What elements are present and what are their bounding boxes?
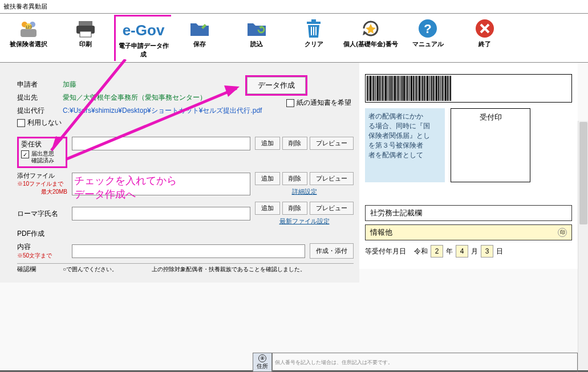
trash-icon bbox=[285, 17, 342, 40]
svg-rect-11 bbox=[313, 27, 314, 35]
svg-rect-9 bbox=[311, 19, 316, 22]
load-button[interactable]: 読込 bbox=[228, 15, 285, 61]
svg-marker-17 bbox=[51, 136, 63, 150]
window-title: 被扶養者異動届 bbox=[0, 0, 588, 13]
sr-section: 社労務士記載欄 bbox=[365, 205, 572, 221]
attach-preview-button[interactable]: プレビュー bbox=[310, 172, 354, 185]
consent-del-button[interactable]: 削除 bbox=[282, 137, 307, 150]
folder-save-icon bbox=[171, 17, 228, 40]
confirm-label: 確認欄 bbox=[17, 265, 51, 273]
addr-note: 個人番号を記入した場合は、住所記入は不要です。 bbox=[272, 353, 578, 372]
print-button[interactable]: 印刷 bbox=[57, 15, 114, 61]
info-section: 情報他 印 bbox=[365, 224, 572, 240]
close-icon bbox=[456, 17, 513, 40]
attach-del-button[interactable]: 削除 bbox=[282, 172, 307, 185]
pdf-label: PDF作成 bbox=[17, 229, 44, 239]
right-panel: 者の配偶者にかか る場合、同時に『国 保険者関係届』とし を第３号被保険者 者を… bbox=[359, 63, 578, 269]
romaji-preview-button[interactable]: プレビュー bbox=[310, 202, 354, 215]
close-button[interactable]: 終了 bbox=[456, 15, 513, 61]
svg-rect-12 bbox=[315, 27, 317, 35]
consent-add-button[interactable]: 追加 bbox=[255, 137, 280, 150]
receipt-month[interactable]: 4 bbox=[456, 245, 468, 257]
data-create-highlight: データ作成 bbox=[245, 75, 307, 96]
people-icon: 123 bbox=[0, 17, 57, 40]
consent-checkbox[interactable]: ✓ bbox=[21, 150, 29, 158]
seal-icon: 印 bbox=[558, 228, 567, 237]
svg-rect-8 bbox=[307, 22, 321, 24]
svg-rect-3 bbox=[21, 29, 37, 37]
attach-note1: ※10ファイルまで bbox=[17, 180, 67, 188]
use-none-checkbox[interactable] bbox=[17, 119, 25, 127]
paper-notice-option[interactable]: 紙の通知書を希望 bbox=[286, 98, 351, 108]
consent-preview-button[interactable]: プレビュー bbox=[310, 137, 354, 150]
svg-line-18 bbox=[66, 88, 237, 160]
confirm-text: 上の控除対象配偶者・扶養親族であることを確認しました。 bbox=[152, 265, 306, 273]
svg-rect-5 bbox=[79, 21, 92, 26]
star-refresh-icon bbox=[342, 17, 399, 40]
clear-button[interactable]: クリア bbox=[285, 15, 342, 61]
receipt-year[interactable]: 2 bbox=[431, 245, 443, 257]
receipt-stamp-box: 受付印 bbox=[451, 108, 530, 182]
barcode bbox=[365, 74, 572, 103]
printer-icon bbox=[57, 17, 114, 40]
create-attach-button[interactable]: 作成・添付 bbox=[310, 243, 354, 259]
svg-rect-10 bbox=[311, 27, 312, 35]
content-input[interactable] bbox=[72, 244, 305, 258]
egov-logo-icon: e-Gov bbox=[118, 19, 169, 42]
content-label: 内容 bbox=[17, 242, 67, 252]
arrow-consent-to-create bbox=[66, 80, 248, 165]
svg-text:?: ? bbox=[424, 22, 431, 36]
folder-load-icon bbox=[228, 17, 285, 40]
romaji-label: ローマ字氏名 bbox=[17, 209, 67, 219]
svg-rect-7 bbox=[80, 31, 91, 37]
receipt-date-row: 等受付年月日 令和 2年 4月 3日 bbox=[365, 245, 572, 257]
egov-create-button[interactable]: e-Gov 電子申請データ作成 bbox=[114, 15, 171, 61]
attach-label: 添付ファイル bbox=[17, 171, 67, 180]
save-button[interactable]: 保存 bbox=[171, 15, 228, 61]
svg-marker-19 bbox=[224, 85, 240, 97]
latest-file-link[interactable]: 最新ファイル設定 bbox=[279, 218, 330, 224]
data-create-button[interactable]: データ作成 bbox=[247, 77, 306, 94]
manual-button[interactable]: ? マニュアル bbox=[399, 15, 456, 61]
scrollbar-thumb[interactable] bbox=[579, 122, 587, 224]
romaji-add-button[interactable]: 追加 bbox=[255, 202, 280, 215]
attach-add-button[interactable]: 追加 bbox=[255, 172, 280, 185]
addr-label: 住所 bbox=[257, 362, 268, 370]
annotation-text: チェックを入れてから データ作成へ bbox=[74, 174, 177, 201]
paper-notice-checkbox[interactable] bbox=[286, 99, 294, 107]
help-icon: ? bbox=[399, 17, 456, 40]
attach-note2: 最大20MB bbox=[17, 188, 67, 196]
main-panel: データ作成 紙の通知書を希望 申請者 加藤 提出先 愛知／大曽根年金事務所（愛知… bbox=[0, 63, 588, 370]
detail-settings-link[interactable]: 詳細設定 bbox=[292, 188, 317, 195]
vertical-scrollbar[interactable] bbox=[578, 121, 588, 370]
romaji-input[interactable] bbox=[72, 207, 250, 220]
content-note: ※50文字まで bbox=[17, 252, 67, 260]
romaji-del-button[interactable]: 削除 bbox=[282, 202, 307, 215]
svg-text:123: 123 bbox=[25, 25, 32, 29]
receipt-day[interactable]: 3 bbox=[481, 245, 493, 257]
main-toolbar: 123 被保険者選択 印刷 e-Gov 電子申請データ作成 保存 読込 クリア bbox=[0, 13, 588, 63]
pension-number-button[interactable]: 個人(基礎年金)番号 bbox=[342, 15, 399, 61]
paper-notice-label: 紙の通知書を希望 bbox=[297, 98, 351, 108]
insured-select-button[interactable]: 123 被保険者選択 bbox=[0, 15, 57, 61]
blue-info-box: 者の配偶者にかか る場合、同時に『国 保険者関係届』とし を第３号被保険者 者を… bbox=[365, 108, 445, 182]
